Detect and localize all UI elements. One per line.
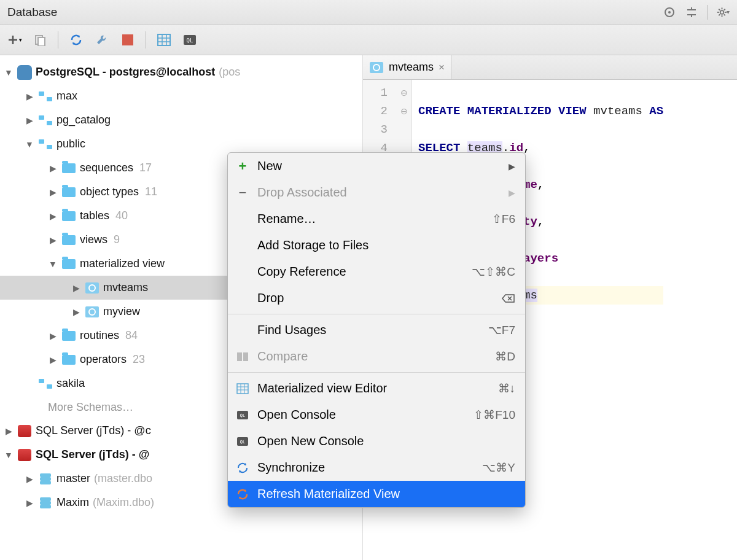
schema-label: max	[57, 90, 77, 103]
menu-open-new-console[interactable]: QL Open New Console	[228, 428, 525, 454]
add-button[interactable]: ▾	[6, 32, 22, 48]
chevron-right-icon: ▶	[48, 235, 58, 245]
chevron-right-icon: ▶	[25, 474, 34, 484]
sqlserver-icon	[17, 425, 32, 437]
shortcut-label: ⌥⇧⌘C	[472, 265, 515, 279]
svg-rect-5	[158, 34, 170, 45]
line-number: 3	[363, 120, 396, 139]
more-schemas-label: More Schemas…	[48, 401, 133, 414]
header-icon-group: ▾	[663, 5, 730, 20]
db-label: Maxim	[57, 496, 89, 509]
menu-new[interactable]: + New ▶	[228, 153, 525, 179]
context-menu: + New ▶ − Drop Associated ▶ Rename… ⇧F6 …	[227, 152, 526, 508]
close-icon[interactable]: ×	[439, 61, 445, 74]
menu-drop[interactable]: Drop	[228, 285, 525, 311]
database-toolbar: ▾ QL	[0, 25, 737, 55]
split-icon[interactable]	[685, 6, 698, 19]
folder-icon	[61, 234, 76, 246]
folder-label: materialized view	[80, 257, 165, 270]
svg-text:QL: QL	[240, 413, 245, 418]
folder-icon	[61, 162, 76, 174]
menu-drop-associated: − Drop Associated ▶	[228, 179, 525, 206]
db-label: master	[57, 472, 90, 485]
datasource-postgres[interactable]: ▼ PostgreSQL - postgres@localhost (pos	[0, 60, 362, 84]
menu-separator	[228, 372, 525, 373]
chevron-down-icon: ▼	[4, 450, 14, 460]
mview-label: mvteams	[103, 281, 148, 294]
gear-icon[interactable]: ▾	[716, 6, 730, 19]
materialized-view-icon	[369, 61, 384, 74]
menu-synchronize[interactable]: Synchronize ⌥⌘Y	[228, 454, 525, 481]
refresh-button[interactable]	[68, 32, 84, 48]
folder-label: tables	[80, 209, 109, 222]
table-view-button[interactable]	[156, 32, 172, 48]
menu-rename[interactable]: Rename… ⇧F6	[228, 206, 525, 232]
schema-max[interactable]: ▶ max	[0, 84, 362, 108]
svg-text:QL: QL	[240, 440, 245, 445]
count-badge: 23	[133, 353, 145, 366]
shortcut-label: ⇧⌘F10	[474, 408, 515, 422]
svg-rect-4	[38, 37, 45, 46]
menu-find-usages[interactable]: Find Usages ⌥F7	[228, 317, 525, 343]
chevron-right-icon: ▶	[71, 307, 81, 317]
schema-icon	[38, 90, 53, 103]
folder-label: routines	[80, 329, 119, 342]
shortcut-label: ⌥⌘Y	[482, 461, 515, 475]
folder-label: object types	[80, 185, 139, 198]
mview-label: myview	[103, 305, 140, 318]
folder-label: views	[80, 233, 107, 246]
shortcut-label: ⌥F7	[488, 323, 515, 337]
compare-icon	[235, 351, 250, 362]
submenu-arrow-icon: ▶	[509, 188, 515, 198]
shortcut-label: ⌘D	[495, 349, 515, 364]
sync-icon	[235, 462, 250, 474]
menu-mview-editor[interactable]: Materialized view Editor ⌘↓	[228, 375, 525, 402]
schema-label: sakila	[57, 377, 85, 390]
chevron-right-icon: ▶	[25, 115, 34, 125]
shortcut-label: ⇧F6	[492, 212, 515, 226]
folder-label: sequences	[80, 161, 133, 174]
chevron-right-icon: ▶	[4, 426, 14, 436]
wrench-button[interactable]	[94, 32, 110, 48]
menu-copy-reference[interactable]: Copy Reference ⌥⇧⌘C	[228, 259, 525, 285]
folder-icon	[61, 330, 76, 342]
chevron-right-icon: ▶	[25, 498, 34, 508]
table-icon	[235, 383, 250, 394]
folder-icon	[61, 354, 76, 366]
tab-label: mvteams	[389, 61, 434, 74]
chevron-right-icon: ▶	[48, 331, 58, 341]
schema-icon	[38, 114, 53, 126]
target-icon[interactable]	[663, 6, 676, 19]
editor-tab-mvteams[interactable]: mvteams ×	[363, 55, 451, 79]
database-icon	[38, 497, 53, 509]
chevron-right-icon: ▶	[48, 355, 58, 365]
menu-open-console[interactable]: QL Open Console ⇧⌘F10	[228, 402, 525, 428]
postgres-icon	[17, 66, 32, 79]
materialized-view-icon	[85, 282, 99, 294]
folder-icon	[61, 210, 76, 222]
svg-point-1	[668, 11, 671, 14]
schema-label: public	[57, 138, 85, 150]
console-icon: QL	[235, 410, 250, 420]
sql-console-button[interactable]: QL	[182, 32, 198, 48]
schema-icon	[38, 138, 53, 150]
datasource-label: PostgreSQL - postgres@localhost	[36, 66, 215, 79]
separator	[58, 31, 58, 49]
svg-rect-10	[237, 384, 248, 394]
chevron-down-icon: ▼	[4, 68, 14, 77]
chevron-down-icon: ▼	[25, 139, 34, 149]
schema-pg-catalog[interactable]: ▶ pg_catalog	[0, 108, 362, 132]
folder-label: operators	[80, 353, 127, 366]
copy-button[interactable]	[32, 32, 48, 48]
menu-refresh-mview[interactable]: Refresh Materialized View	[228, 481, 525, 507]
count-badge: 11	[145, 185, 157, 198]
plus-icon: +	[235, 158, 250, 174]
count-badge: 84	[125, 329, 138, 342]
datasource-label: SQL Server (jTds) - @	[36, 448, 149, 461]
separator	[707, 5, 708, 20]
console-icon: QL	[235, 437, 250, 446]
schema-icon	[38, 378, 53, 390]
svg-rect-8	[237, 352, 242, 361]
menu-add-storage[interactable]: Add Storage to Files	[228, 232, 525, 259]
stop-button[interactable]	[120, 32, 136, 48]
